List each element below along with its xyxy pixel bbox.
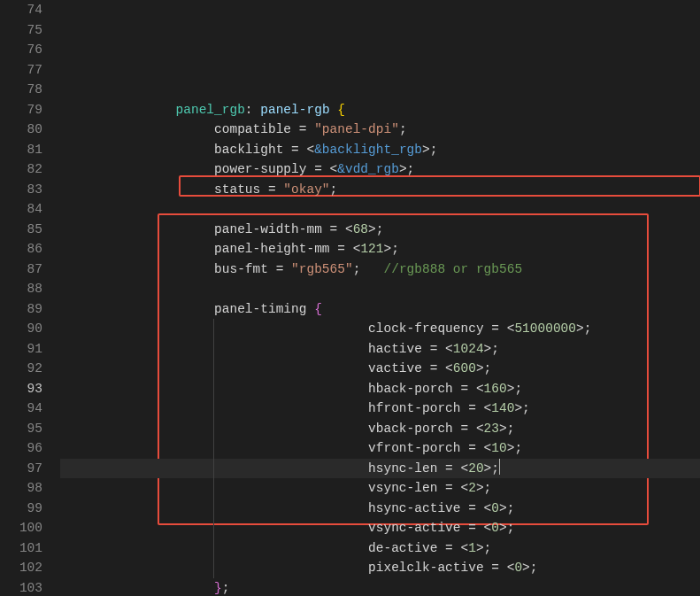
token-angle: >	[383, 242, 391, 256]
indent-guide	[213, 438, 214, 459]
code-line[interactable]: vactive = <600>;	[60, 359, 700, 379]
token-angle: <	[484, 521, 492, 535]
token-op	[330, 103, 338, 117]
indent-guide	[213, 518, 214, 538]
token-op: =	[484, 561, 507, 575]
token-op: =	[453, 422, 476, 436]
line-number: 75	[0, 20, 42, 41]
code-line[interactable]: hfront-porch = <140>;	[60, 399, 700, 419]
token-angle: >	[484, 342, 492, 356]
token-op: =	[283, 143, 306, 157]
indent-guide	[213, 558, 214, 578]
token-punc: ;	[530, 561, 538, 575]
token-op: =	[453, 382, 476, 396]
code-line[interactable]: hsync-active = <0>;	[60, 499, 700, 519]
code-line[interactable]: vsync-active = <0>;	[60, 518, 700, 538]
token-prop: panel-height-mm	[214, 242, 330, 256]
token-num: 20	[468, 461, 483, 476]
line-number: 88	[0, 279, 42, 299]
token-prop: clock-frequency	[368, 321, 484, 336]
token-punc: ;	[330, 182, 338, 197]
token-label: panel_rgb	[176, 103, 245, 117]
indent-guide	[213, 399, 214, 419]
token-num: 1024	[453, 342, 484, 356]
token-punc: ;	[376, 222, 384, 236]
token-num: 51000000	[514, 321, 576, 336]
token-op: =	[460, 401, 483, 415]
token-prop: pixelclk-active	[368, 561, 484, 575]
line-number: 82	[0, 159, 42, 180]
line-number-gutter: 7475767778798081828384858687888990919293…	[0, 0, 60, 596]
code-line[interactable]: vsync-len = <2>;	[60, 478, 700, 499]
code-line[interactable]: hsync-len = <20>;	[60, 459, 700, 479]
token-key: panel-rgb	[260, 103, 329, 117]
token-punc: :	[245, 103, 260, 117]
line-number: 80	[0, 120, 42, 140]
code-line[interactable]: panel-width-mm = <68>;	[60, 220, 700, 240]
indent-guide	[213, 379, 214, 399]
code-line[interactable]: panel_rgb: panel-rgb {	[60, 100, 700, 120]
code-line[interactable]: vfront-porch = <10>;	[60, 438, 700, 459]
token-angle: <	[461, 461, 469, 476]
indent-guide	[213, 459, 214, 479]
token-op: =	[460, 501, 483, 515]
code-line[interactable]: backlight = <&backlight_rgb>;	[60, 140, 700, 160]
code-line[interactable]: bus-fmt = "rgb565"; //rgb888 or rgb565	[60, 259, 700, 280]
token-op: =	[437, 461, 460, 476]
token-angle: <	[484, 501, 492, 515]
indent-guide	[213, 499, 214, 519]
token-prop: hactive	[368, 342, 422, 356]
code-line[interactable]: de-active = <1>;	[60, 538, 700, 559]
code-line[interactable]: pixelclk-active = <0>;	[60, 558, 700, 578]
token-op: =	[291, 122, 314, 136]
line-number: 89	[0, 299, 42, 320]
text-cursor	[499, 459, 500, 475]
token-punc: ;	[507, 501, 515, 515]
line-number: 98	[0, 478, 42, 499]
token-angle: <	[445, 342, 453, 356]
code-line[interactable]	[60, 279, 700, 299]
token-prop: compatible	[214, 122, 291, 136]
code-line[interactable]	[60, 199, 700, 220]
code-line[interactable]: hactive = <1024>;	[60, 339, 700, 360]
code-line[interactable]: };	[60, 578, 700, 597]
line-number: 101	[0, 538, 42, 559]
token-angle: <	[461, 481, 469, 495]
token-angle: <	[461, 541, 469, 555]
token-prop: vfront-porch	[368, 441, 460, 455]
token-num: 23	[484, 422, 499, 436]
token-string: "okay"	[283, 182, 329, 197]
code-line[interactable]: power-supply = <&vdd_rgb>;	[60, 159, 700, 180]
token-prop: de-active	[368, 541, 437, 555]
code-line[interactable]: panel-timing {	[60, 299, 700, 320]
code-line[interactable]: clock-frequency = <51000000>;	[60, 319, 700, 339]
code-line[interactable]: status = "okay";	[60, 180, 700, 200]
code-line[interactable]: vback-porch = <23>;	[60, 419, 700, 439]
token-prop: bus-fmt	[214, 262, 268, 276]
token-prop: panel-width-mm	[214, 222, 322, 236]
token-num: 0	[514, 561, 522, 575]
code-editor[interactable]: 7475767778798081828384858687888990919293…	[0, 0, 700, 596]
line-number: 84	[0, 199, 42, 220]
line-number: 97	[0, 459, 42, 479]
token-prop: hsync-active	[368, 501, 460, 515]
line-number: 87	[0, 259, 42, 280]
token-punc: ;	[484, 481, 492, 495]
token-op: =	[437, 481, 460, 495]
token-punc: ;	[484, 361, 492, 375]
line-number: 83	[0, 180, 42, 200]
token-punc: ;	[491, 461, 499, 476]
code-line[interactable]	[60, 80, 700, 100]
token-prop: vback-porch	[368, 422, 453, 436]
code-line[interactable]: hback-porch = <160>;	[60, 379, 700, 399]
token-op: =	[460, 441, 483, 455]
token-punc: ;	[514, 441, 522, 455]
token-num: 10	[491, 441, 506, 455]
code-line[interactable]: compatible = "panel-dpi";	[60, 120, 700, 140]
token-op: =	[422, 342, 445, 356]
indent-guide	[213, 419, 214, 439]
token-op: =	[484, 321, 507, 336]
line-number: 96	[0, 438, 42, 459]
code-line[interactable]: panel-height-mm = <121>;	[60, 239, 700, 259]
code-area[interactable]: panel_rgb: panel-rgb { compatible = "pan…	[60, 0, 700, 596]
